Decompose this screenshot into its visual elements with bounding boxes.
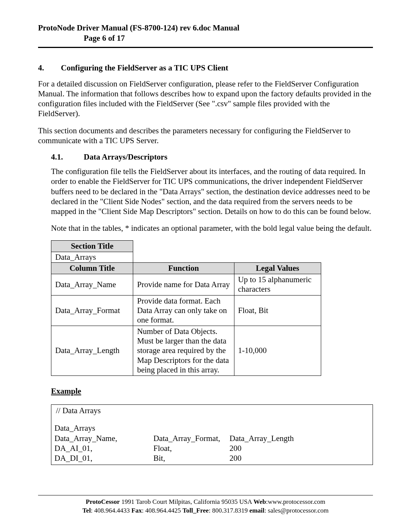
paragraph: Note that in the tables, * indicates an … bbox=[51, 223, 373, 233]
paragraph: For a detailed discussion on FieldServer… bbox=[38, 79, 373, 119]
table-row: Section Title bbox=[51, 240, 321, 252]
cell: 1-10,000 bbox=[234, 326, 321, 376]
cell: Float, bbox=[153, 443, 229, 453]
footer-tollfree-label: Toll_Free bbox=[182, 507, 209, 514]
cell: Data_Array_Format, bbox=[153, 433, 229, 443]
footer-tel-label: Tel bbox=[83, 507, 91, 514]
section-title: Configuring the FieldServer as a TIC UPS… bbox=[61, 63, 373, 73]
footer-tollfree-value: : 800.317.8319 bbox=[209, 507, 249, 514]
page: ProtoNode Driver Manual (FS-8700-124) re… bbox=[0, 0, 411, 532]
subsection-block: 4.1. Data Arrays/Descriptors The configu… bbox=[38, 152, 373, 465]
section-number: 4. bbox=[38, 63, 61, 73]
subsection-title: Data Arrays/Descriptors bbox=[84, 152, 373, 162]
column-header: Legal Values bbox=[234, 262, 321, 274]
footer-web-label: Web bbox=[253, 498, 266, 505]
paragraph: The configuration file tells the FieldSe… bbox=[51, 166, 373, 216]
cell: Data_Array_Length bbox=[51, 326, 133, 376]
parameter-table: Section Title Data_Arrays Column Title F… bbox=[51, 240, 321, 376]
example-block-title: Data_Arrays bbox=[54, 423, 370, 433]
footer-line2: Tel: 408.964.4433 Fax: 408.964.4425 Toll… bbox=[38, 506, 373, 515]
footer-address: 1991 Tarob Court Milpitas, California 95… bbox=[120, 498, 253, 505]
example-row: DA_AI_01, Float, 200 bbox=[54, 443, 370, 453]
cell: Number of Data Objects. Must be larger t… bbox=[133, 326, 234, 376]
cell: Provide data format. Each Data Array can… bbox=[133, 295, 234, 326]
footer-web-value: :www.protocessor.com bbox=[266, 498, 325, 505]
page-footer: ProtoCessor 1991 Tarob Court Milpitas, C… bbox=[38, 495, 373, 515]
cell: Provide name for Data Array bbox=[133, 274, 234, 295]
column-header: Function bbox=[133, 262, 234, 274]
cell: Float, Bit bbox=[234, 295, 321, 326]
subsection-heading: 4.1. Data Arrays/Descriptors bbox=[51, 152, 373, 162]
example-header-row: Data_Array_Name, Data_Array_Format, Data… bbox=[54, 433, 370, 443]
cell: Up to 15 alphanumeric characters bbox=[234, 274, 321, 295]
subsection-number: 4.1. bbox=[51, 152, 84, 162]
section-heading: 4. Configuring the FieldServer as a TIC … bbox=[38, 63, 373, 73]
cell: Data_Array_Length bbox=[229, 433, 370, 443]
table-row: Data_Arrays bbox=[51, 252, 321, 262]
footer-email-label: email bbox=[249, 507, 264, 514]
cell: Bit, bbox=[153, 453, 229, 463]
page-header: ProtoNode Driver Manual (FS-8700-124) re… bbox=[38, 23, 373, 44]
table-row: Data_Array_Format Provide data format. E… bbox=[51, 295, 321, 326]
header-page: Page 6 of 17 bbox=[38, 33, 373, 43]
table-row: Data_Array_Length Number of Data Objects… bbox=[51, 326, 321, 376]
cell: 200 bbox=[229, 453, 370, 463]
cell: DA_DI_01, bbox=[54, 453, 153, 463]
table-row: Column Title Function Legal Values bbox=[51, 262, 321, 274]
footer-line1: ProtoCessor 1991 Tarob Court Milpitas, C… bbox=[38, 498, 373, 506]
section-title-value: Data_Arrays bbox=[51, 252, 133, 262]
example-comment: // Data Arrays bbox=[54, 406, 370, 415]
section-title-header: Section Title bbox=[51, 240, 133, 252]
cell: 200 bbox=[229, 443, 370, 453]
paragraph: This section documents and describes the… bbox=[38, 126, 373, 146]
footer-brand: ProtoCessor bbox=[86, 498, 119, 505]
column-header: Column Title bbox=[51, 262, 133, 274]
table-row: Data_Array_Name Provide name for Data Ar… bbox=[51, 274, 321, 295]
example-box: // Data Arrays Data_Arrays Data_Array_Na… bbox=[51, 404, 373, 465]
example-heading: Example bbox=[51, 387, 373, 396]
cell: Data_Array_Name, bbox=[54, 433, 153, 443]
cell: DA_AI_01, bbox=[54, 443, 153, 453]
footer-fax-label: Fax bbox=[131, 507, 142, 514]
cell: Data_Array_Name bbox=[51, 274, 133, 295]
footer-fax-value: : 408.964.4425 bbox=[142, 507, 183, 514]
cell: Data_Array_Format bbox=[51, 295, 133, 326]
header-title: ProtoNode Driver Manual (FS-8700-124) re… bbox=[38, 23, 373, 33]
example-row: DA_DI_01, Bit, 200 bbox=[54, 453, 370, 463]
header-rule bbox=[38, 47, 373, 48]
footer-tel-value: : 408.964.4433 bbox=[91, 507, 132, 514]
footer-email-value: : sales@protocessor.com bbox=[264, 507, 329, 514]
